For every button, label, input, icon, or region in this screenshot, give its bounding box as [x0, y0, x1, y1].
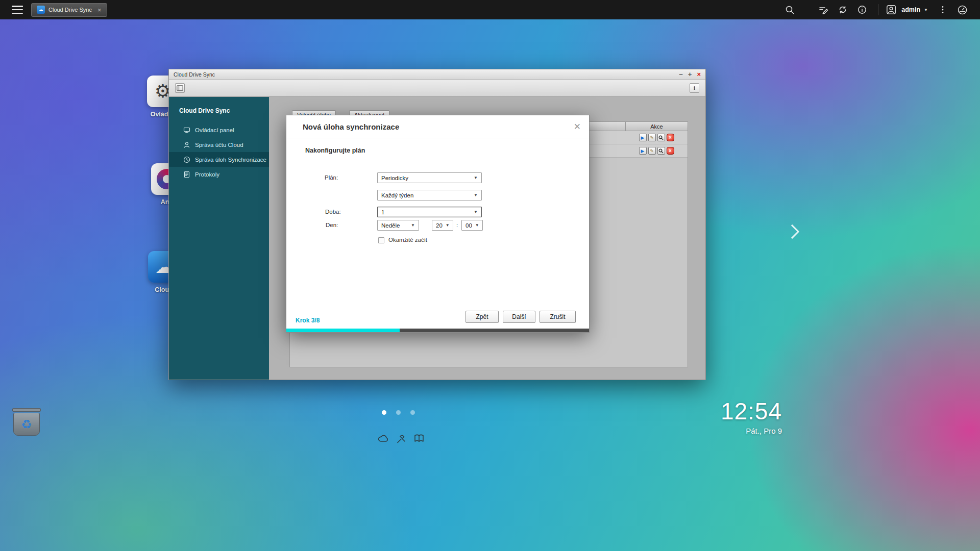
- minute-select[interactable]: 00 ▼: [461, 220, 483, 231]
- wizard-progress-fill: [286, 329, 400, 332]
- wizard-progress-track: [286, 329, 589, 332]
- tab-close-icon[interactable]: ×: [97, 6, 102, 14]
- doba-select[interactable]: 1 ▼: [377, 207, 482, 217]
- sidebar-item-label: Správa úloh Synchronizace: [195, 157, 266, 163]
- den-label: Den:: [326, 222, 338, 228]
- info-icon[interactable]: [852, 0, 872, 19]
- page-dot-2[interactable]: [396, 410, 401, 415]
- hour-select[interactable]: 20 ▼: [432, 220, 453, 231]
- delete-task-icon[interactable]: ×: [667, 147, 674, 155]
- chevron-down-icon: ▼: [408, 223, 415, 228]
- toggle-sidebar-button[interactable]: [175, 83, 185, 93]
- plan-frequency-value: Každý týden: [381, 192, 413, 198]
- start-immediately-checkbox[interactable]: [378, 237, 384, 243]
- back-button[interactable]: Zpět: [465, 311, 499, 323]
- desktop: ☁ Cloud Drive Sync × admin: [0, 0, 980, 551]
- sidebar-item-label: Ovládací panel: [195, 127, 234, 133]
- recycle-icon: ♻: [21, 417, 32, 432]
- topbar-right: admin ▼: [780, 0, 980, 19]
- doba-label: Doba:: [325, 209, 341, 215]
- den-select-value: Neděle: [381, 222, 400, 229]
- user-icon: [885, 0, 898, 19]
- start-task-icon[interactable]: ▶: [639, 134, 647, 141]
- next-page-chevron-icon[interactable]: [785, 224, 799, 239]
- plan-select[interactable]: Periodicky ▼: [377, 172, 482, 183]
- sidebar-item-cloud-account[interactable]: Správa účtu Cloud: [169, 137, 269, 152]
- sidebar-item-overview[interactable]: Ovládací panel: [169, 122, 269, 137]
- den-select[interactable]: Neděle ▼: [377, 220, 419, 231]
- chevron-down-icon: ▼: [443, 223, 450, 228]
- chevron-down-icon: ▼: [472, 223, 479, 228]
- chevron-down-icon: ▼: [471, 193, 478, 197]
- dialog-close-icon[interactable]: ✕: [574, 122, 581, 131]
- recycle-bin-body: ♻: [13, 413, 40, 436]
- sync-status-icon[interactable]: [833, 0, 852, 19]
- edit-task-icon[interactable]: ✎: [648, 147, 656, 155]
- doba-select-value: 1: [381, 209, 384, 215]
- clock-icon: [183, 156, 190, 163]
- user-caret-icon: ▼: [924, 8, 928, 12]
- recycle-bin[interactable]: ♻: [13, 408, 40, 436]
- monitor-icon: [183, 127, 190, 134]
- plan-label: Plán:: [325, 174, 338, 181]
- topbar: ☁ Cloud Drive Sync × admin: [0, 0, 980, 19]
- table-cell-actions: ▶ ✎ ×: [625, 144, 688, 157]
- minimize-icon[interactable]: −: [679, 71, 683, 78]
- utilities-icon[interactable]: [395, 432, 408, 445]
- maximize-icon[interactable]: +: [688, 71, 692, 78]
- wizard-step-indicator: Krok 3/8: [296, 317, 320, 324]
- sidebar-item-logs[interactable]: Protokoly: [169, 167, 269, 182]
- desktop-clock: 12:54 Pát., Pro 9: [721, 397, 782, 435]
- tutorial-book-icon[interactable]: [412, 432, 426, 445]
- chevron-down-icon: ▼: [471, 176, 478, 180]
- myqnapcloud-icon[interactable]: [377, 432, 390, 445]
- dialog-header: Nová úloha synchronizace ✕: [286, 115, 589, 138]
- view-task-icon[interactable]: [657, 147, 665, 155]
- window-toolbar: i: [169, 80, 705, 96]
- user-menu[interactable]: admin ▼: [885, 0, 928, 19]
- edit-task-icon[interactable]: ✎: [648, 134, 656, 141]
- topbar-divider: [878, 4, 878, 15]
- close-icon[interactable]: ×: [697, 71, 701, 78]
- user-name: admin: [901, 6, 920, 13]
- window-title: Cloud Drive Sync: [174, 71, 215, 78]
- sidebar-item-label: Protokoly: [195, 171, 219, 178]
- background-tasks-icon[interactable]: [814, 0, 833, 19]
- more-options-icon[interactable]: [933, 0, 952, 19]
- sidebar-header: Cloud Drive Sync: [169, 97, 269, 122]
- desktop-page-dots: [382, 410, 415, 415]
- minute-select-value: 00: [465, 222, 472, 229]
- main-menu-icon[interactable]: [12, 6, 23, 14]
- sidebar-item-label: Správa účtu Cloud: [195, 142, 243, 148]
- search-icon[interactable]: [780, 0, 799, 19]
- start-task-icon[interactable]: ▶: [639, 147, 647, 155]
- document-icon: [183, 171, 190, 178]
- clock-time: 12:54: [721, 397, 782, 425]
- new-sync-task-dialog: Nová úloha synchronizace ✕ Nakonfigurujt…: [286, 115, 590, 333]
- next-button[interactable]: Další: [503, 311, 535, 323]
- tab-label: Cloud Drive Sync: [48, 7, 92, 13]
- view-task-icon[interactable]: [657, 134, 665, 141]
- time-separator: :: [456, 222, 458, 228]
- help-info-button[interactable]: i: [690, 83, 699, 93]
- recycle-bin-lid: [12, 408, 41, 412]
- table-header-actions: Akce: [625, 122, 688, 131]
- dialog-heading: Nakonfigurujte plán: [305, 147, 365, 154]
- window-titlebar[interactable]: Cloud Drive Sync − + ×: [169, 69, 705, 80]
- delete-task-icon[interactable]: ×: [667, 134, 674, 141]
- start-immediately-label: Okamžitě začít: [388, 237, 427, 243]
- sidebar-item-sync-tasks[interactable]: Správa úloh Synchronizace: [169, 152, 269, 167]
- page-dot-3[interactable]: [410, 410, 415, 415]
- tab-cloud-drive-sync[interactable]: ☁ Cloud Drive Sync ×: [31, 3, 107, 17]
- window-sidebar: Cloud Drive Sync Ovládací panel Správa ú…: [169, 97, 269, 380]
- resource-monitor-icon[interactable]: [952, 0, 972, 19]
- table-cell-actions: ▶ ✎ ×: [625, 131, 688, 144]
- plan-frequency-select[interactable]: Každý týden ▼: [377, 190, 482, 201]
- cancel-button[interactable]: Zrušit: [540, 311, 576, 323]
- desktop-shortcut-bar: [377, 432, 426, 445]
- page-dot-1[interactable]: [382, 410, 386, 415]
- user-icon: [183, 141, 190, 148]
- hour-select-value: 20: [436, 222, 443, 229]
- chevron-down-icon: ▼: [471, 210, 478, 214]
- dialog-title: Nová úloha synchronizace: [303, 122, 399, 131]
